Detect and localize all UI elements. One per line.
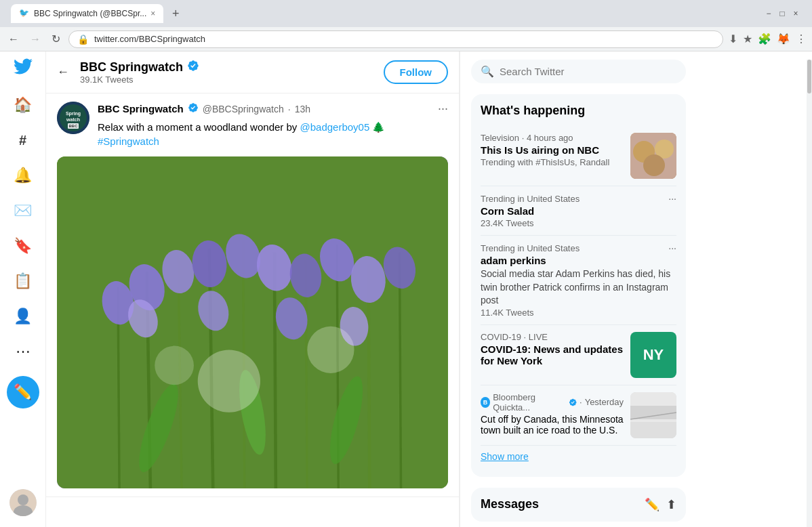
- trend-item-covid[interactable]: COVID-19 · LIVE COVID-19: News and updat…: [481, 325, 676, 385]
- trend-item-bloomberg[interactable]: B Bloomberg Quickta... · Yesterday Cut o…: [481, 385, 676, 446]
- tweet-author-name: BBC Springwatch: [98, 103, 184, 114]
- follow-button[interactable]: Follow: [384, 60, 449, 84]
- trend-corn-more[interactable]: ···: [668, 193, 676, 204]
- left-sidebar: 🏠 # 🔔 ✉️ 🔖 📋 👤 ⋯ ✏️: [0, 51, 46, 527]
- tweet-image-placeholder: Spring watch BBC: [57, 156, 448, 488]
- url-bar[interactable]: 🔒 twitter.com/BBCSpringwatch: [68, 30, 723, 48]
- messages-header: Messages ✏️ ⬆: [481, 497, 676, 512]
- close-button[interactable]: ×: [790, 8, 801, 19]
- twitter-logo[interactable]: [14, 57, 33, 81]
- messages-icons: ✏️ ⬆: [645, 497, 676, 512]
- trend-tv-content: Television · 4 hours ago This Is Us airi…: [481, 133, 676, 179]
- minimize-button[interactable]: −: [763, 8, 774, 19]
- tweet-hashtag-link[interactable]: #Springwatch: [98, 135, 159, 147]
- trend-item-tv[interactable]: Television · 4 hours ago This Is Us airi…: [481, 126, 676, 186]
- search-input[interactable]: [500, 66, 676, 77]
- maximize-button[interactable]: □: [777, 8, 788, 19]
- trend-adam-meta: Trending in United States ···: [481, 243, 676, 253]
- verified-badge: [187, 60, 199, 75]
- profile-stats: 39.1K Tweets: [80, 75, 373, 85]
- main-content: ← BBC Springwatch 39.1K Tweets Follow: [46, 51, 460, 527]
- new-tab-button[interactable]: +: [166, 4, 185, 23]
- svg-point-1: [18, 494, 28, 505]
- forward-button[interactable]: →: [27, 30, 43, 48]
- tweet-container: Spring watch BBC BBC Springwatch @BBCSpr…: [46, 93, 459, 497]
- trend-adam-count: 11.4K Tweets: [481, 308, 676, 318]
- right-sidebar: 🔍 What's happening Television · 4 hours …: [460, 51, 697, 527]
- refresh-button[interactable]: ↻: [49, 30, 63, 48]
- sidebar-item-messages[interactable]: ✉️: [7, 194, 39, 227]
- svg-text:Spring: Spring: [66, 111, 81, 117]
- svg-rect-45: [630, 406, 676, 419]
- tweet-meta: BBC Springwatch @BBCSpringwatch · 13h ··…: [98, 102, 448, 148]
- tweet-header: Spring watch BBC BBC Springwatch @BBCSpr…: [57, 102, 448, 148]
- tweet-separator: ·: [288, 104, 291, 114]
- trend-covid-topic: COVID-19: News and updates for New York: [481, 343, 624, 366]
- profile-icon[interactable]: 🦊: [777, 33, 790, 45]
- profile-info: BBC Springwatch 39.1K Tweets: [80, 60, 373, 85]
- compose-button[interactable]: ✏️: [7, 376, 39, 408]
- trend-covid-image: NY: [630, 332, 676, 378]
- bloomberg-meta: B Bloomberg Quickta... · Yesterday: [481, 392, 624, 413]
- tweet-more-button[interactable]: ···: [438, 102, 448, 116]
- sidebar-item-lists[interactable]: 📋: [7, 265, 39, 297]
- menu-icon[interactable]: ⋮: [796, 33, 807, 45]
- tweet-image[interactable]: Spring watch BBC: [57, 156, 448, 488]
- trend-tv-category: Television · 4 hours ago: [481, 133, 573, 143]
- tweet-verified: [188, 102, 199, 116]
- download-icon[interactable]: ⬇: [729, 33, 737, 45]
- browser-chrome: 🐦 BBC Springwatch (@BBCSpr... × + − □ × …: [0, 0, 812, 51]
- trend-tv-meta: Television · 4 hours ago: [481, 133, 624, 143]
- sidebar-item-bookmarks[interactable]: 🔖: [7, 230, 39, 262]
- trend-tv-trending: Trending with #ThisIsUs, Randall: [481, 157, 624, 167]
- tweet-emoji: 🌲: [372, 121, 385, 133]
- back-button[interactable]: ←: [5, 30, 22, 48]
- address-bar: ← → ↻ 🔒 twitter.com/BBCSpringwatch ⬇ ★ 🧩…: [0, 27, 812, 51]
- svg-point-43: [643, 154, 665, 176]
- sidebar-item-notifications[interactable]: 🔔: [7, 159, 39, 192]
- trend-covid-meta: COVID-19 · LIVE: [481, 332, 624, 342]
- compose-message-icon[interactable]: ✏️: [645, 497, 659, 512]
- trend-item-adam[interactable]: Trending in United States ··· adam perki…: [481, 236, 676, 325]
- back-button[interactable]: ←: [57, 65, 69, 79]
- svg-rect-46: [630, 422, 676, 438]
- bloomberg-content: B Bloomberg Quickta... · Yesterday Cut o…: [481, 392, 676, 438]
- tab-close-button[interactable]: ×: [150, 9, 155, 18]
- tweet-avatar[interactable]: Spring watch BBC: [57, 102, 89, 134]
- sidebar-item-explore[interactable]: #: [7, 124, 39, 156]
- bloomberg-text: Cut off by Canada, this Minnesota town b…: [481, 414, 624, 436]
- trend-adam-topic: adam perkins: [481, 255, 676, 266]
- trend-item-corn[interactable]: Trending in United States ··· Corn Salad…: [481, 186, 676, 236]
- sidebar-item-home[interactable]: 🏠: [7, 89, 39, 121]
- svg-text:watch: watch: [66, 117, 80, 122]
- compose-icon: ✏️: [14, 383, 32, 401]
- tab-title: BBC Springwatch (@BBCSpr...: [34, 9, 146, 18]
- profile-name-text: BBC Springwatch: [80, 60, 183, 75]
- trend-adam-more[interactable]: ···: [668, 243, 676, 253]
- show-more-link[interactable]: Show more: [481, 446, 676, 467]
- extensions-icon[interactable]: 🧩: [758, 33, 771, 45]
- bloomberg-dot: ·: [580, 397, 582, 407]
- sidebar-item-profile[interactable]: 👤: [7, 300, 39, 333]
- tweet-text: Relax with a moment a woodland wonder by: [98, 121, 297, 133]
- bookmark-star-icon[interactable]: ★: [743, 33, 752, 45]
- svg-point-38: [307, 326, 354, 373]
- user-avatar[interactable]: [9, 489, 37, 516]
- profile-header: ← BBC Springwatch 39.1K Tweets Follow: [46, 51, 459, 93]
- trending-card: What's happening Television · 4 hours ag…: [471, 94, 686, 477]
- bloomberg-time: Yesterday: [585, 397, 624, 407]
- bloomberg-avatar: B: [481, 397, 490, 408]
- tab-favicon: 🐦: [19, 8, 30, 19]
- messages-card: Messages ✏️ ⬆: [471, 488, 686, 522]
- profile-name: BBC Springwatch: [80, 60, 373, 75]
- sidebar-item-more[interactable]: ⋯: [7, 335, 39, 368]
- app-layout: 🏠 # 🔔 ✉️ 🔖 📋 👤 ⋯ ✏️ ← BBC Springwatch: [0, 51, 812, 527]
- active-tab[interactable]: 🐦 BBC Springwatch (@BBCSpr... ×: [11, 4, 163, 23]
- svg-point-39: [155, 346, 194, 385]
- tweet-mention-link[interactable]: @badgerboy05: [300, 121, 370, 133]
- collapse-messages-icon[interactable]: ⬆: [666, 497, 676, 512]
- tweet-author-line: BBC Springwatch @BBCSpringwatch · 13h ··…: [98, 102, 448, 116]
- window-controls: − □ ×: [763, 8, 801, 19]
- search-box[interactable]: 🔍: [471, 60, 686, 83]
- trend-adam-description: Social media star Adam Perkins has died,…: [481, 268, 676, 308]
